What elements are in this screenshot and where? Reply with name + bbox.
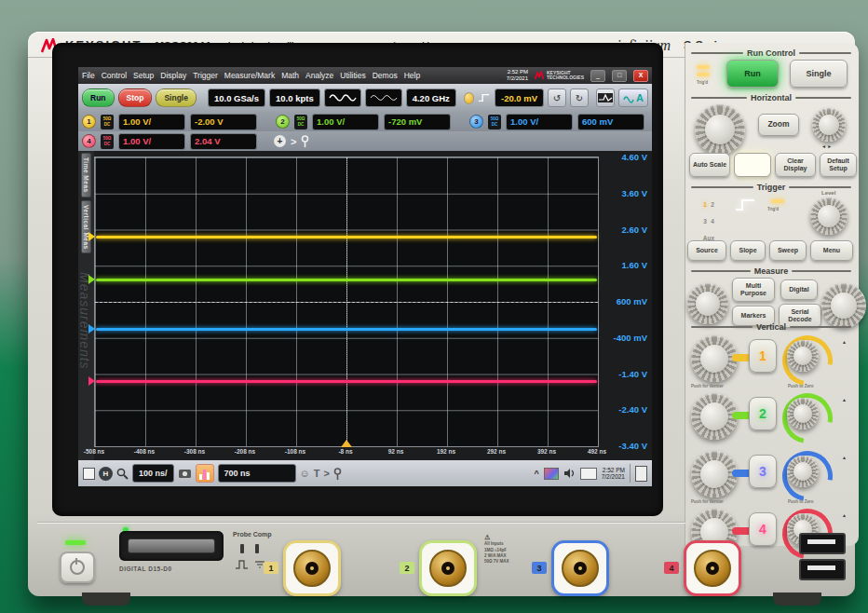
ch4-button[interactable]: 4 (749, 512, 777, 546)
analyze-a-button[interactable]: A (618, 89, 648, 107)
waveform-style-2-button[interactable] (365, 89, 402, 107)
menu-file[interactable]: File (82, 71, 95, 80)
run-stop-button[interactable]: Run (726, 60, 779, 88)
histogram-tool-icon[interactable] (196, 464, 214, 483)
sample-rate-field[interactable]: 10.0 GSa/s (208, 89, 265, 107)
emoticon-icon[interactable]: ☺ (300, 468, 310, 479)
ch1-button[interactable]: 1 (749, 339, 777, 373)
digital-button[interactable]: Digital (780, 279, 818, 300)
channel-1-coupling-badge[interactable]: 50ΩDC (101, 115, 114, 129)
multi-purpose-button[interactable]: Multi Purpose (732, 278, 775, 302)
bandwidth-field[interactable]: 4.20 GHz (406, 89, 456, 107)
delay-field[interactable]: 700 ns (218, 464, 296, 483)
channel-2-offset-field[interactable]: -720 mV (384, 114, 451, 130)
zoom-magnifier-icon[interactable] (116, 468, 129, 480)
pin-icon[interactable] (333, 468, 342, 480)
horizontal-button[interactable]: H (99, 467, 113, 481)
menu-demos[interactable]: Demos (373, 71, 398, 80)
channel-3-offset-field[interactable]: 600 mV (577, 114, 644, 130)
keysight-spark-icon (535, 71, 545, 80)
clear-display-button[interactable]: Clear Display (775, 153, 816, 177)
channel-2-scale-field[interactable]: 1.00 V/ (312, 114, 379, 130)
channel-1-offset-field[interactable]: -2.00 V (190, 114, 257, 130)
speaker-icon[interactable] (563, 468, 576, 479)
menu-display[interactable]: Display (160, 71, 186, 80)
touch-button[interactable] (734, 153, 771, 177)
expand-arrow-icon[interactable]: > (291, 136, 296, 147)
horizontal-scale-knob[interactable] (695, 104, 745, 155)
channel-1-scale-field[interactable]: 1.00 V/ (118, 114, 185, 130)
minimize-button[interactable]: _ (590, 70, 605, 82)
ch1-offset-knob[interactable] (787, 340, 819, 372)
trigger-time-marker[interactable] (341, 440, 352, 447)
timebase-scale-field[interactable]: 100 ns/ (132, 464, 174, 483)
zoom-button[interactable]: Zoom (758, 114, 799, 136)
expand-arrow-icon[interactable]: > (324, 468, 330, 479)
marker-t-icon[interactable]: T (314, 468, 320, 479)
undo-button[interactable]: ↺ (548, 89, 566, 107)
horizontal-position-knob[interactable] (812, 108, 846, 142)
channel-3-scale-field[interactable]: 1.00 V/ (506, 114, 573, 130)
ch3-offset-knob[interactable] (787, 456, 819, 487)
ch2-offset-knob[interactable] (787, 398, 819, 429)
redo-button[interactable]: ↻ (570, 89, 589, 107)
single-button[interactable]: Single (156, 89, 197, 107)
close-button[interactable]: X (633, 70, 648, 82)
channel-3-indicator[interactable]: 3 (469, 115, 483, 129)
run-button[interactable]: Run (82, 89, 115, 107)
x-label: 292 ns (487, 448, 506, 455)
power-button[interactable] (60, 552, 95, 583)
auto-scale-button[interactable]: Auto Scale (689, 153, 730, 177)
add-waveform-button[interactable]: + (274, 135, 286, 147)
notification-icon[interactable] (635, 466, 647, 482)
measure-pan-knob[interactable] (821, 283, 866, 328)
graticule[interactable] (94, 157, 599, 447)
menu-math[interactable]: Math (281, 71, 299, 80)
menu-utilities[interactable]: Utilities (340, 71, 365, 80)
channel-3-coupling-badge[interactable]: 50ΩDC (488, 115, 501, 129)
cursors-knob[interactable] (687, 283, 728, 324)
ch2-button[interactable]: 2 (749, 397, 777, 430)
menu-trigger[interactable]: Trigger (193, 71, 218, 80)
channel-4-scale-field[interactable]: 1.00 V/ (118, 133, 185, 150)
pin-icon[interactable] (301, 135, 309, 147)
trigger-sweep-button[interactable]: Sweep (769, 240, 807, 261)
default-setup-button[interactable]: Default Setup (820, 153, 857, 177)
ch1-scale-knob[interactable] (691, 335, 738, 382)
channel-4-coupling-badge[interactable]: 50ΩDC (101, 134, 114, 149)
ch2-scale-knob[interactable] (691, 393, 738, 440)
tab-vertical-meas[interactable]: Vertical Meas (81, 200, 91, 254)
camera-icon[interactable] (178, 468, 192, 479)
trigger-level-knob[interactable] (810, 198, 848, 235)
vertical-axis-labels: 4.60 V 3.60 V 2.60 V 1.60 V 600 mV -400 … (599, 157, 649, 445)
channel-2-coupling-badge[interactable]: 50ΩDC (294, 115, 307, 129)
keyboard-icon[interactable] (580, 468, 597, 480)
tray-chevron-icon[interactable]: ^ (534, 469, 538, 478)
channel-4-offset-field[interactable]: 2.04 V (190, 133, 257, 150)
stop-button[interactable]: Stop (118, 89, 153, 107)
single-button-panel[interactable]: Single (790, 60, 848, 88)
show-desktop-icon[interactable] (83, 468, 95, 480)
menu-analyze[interactable]: Analyze (305, 71, 333, 80)
menubar-datetime: 2:52 PM7/2/2021 (507, 69, 528, 81)
input-2-tag: 2 (400, 562, 414, 574)
menu-help[interactable]: Help (404, 71, 420, 80)
ch3-scale-knob[interactable] (691, 451, 738, 497)
trigger-slope-button[interactable]: Slope (730, 240, 766, 261)
menu-measure-mark[interactable]: Measure/Mark (224, 71, 275, 80)
ch3-button[interactable]: 3 (749, 455, 777, 488)
menu-setup[interactable]: Setup (133, 71, 154, 80)
trigger-source-button[interactable]: Source (687, 240, 726, 261)
maximize-button[interactable]: □ (612, 70, 627, 82)
trigger-level-field[interactable]: -20.0 mV (495, 89, 544, 107)
channel-4-indicator[interactable]: 4 (82, 134, 96, 148)
trigger-menu-button[interactable]: Menu (810, 240, 853, 261)
tab-time-meas[interactable]: Time Meas (81, 153, 91, 198)
waveform-style-button[interactable] (324, 89, 361, 107)
channel-2-indicator[interactable]: 2 (276, 115, 290, 129)
channel-1-indicator[interactable]: 1 (82, 115, 96, 129)
display-waveform-button[interactable] (596, 89, 615, 107)
tray-display-icon[interactable] (544, 468, 559, 480)
memory-depth-field[interactable]: 10.0 kpts (269, 89, 320, 107)
menu-control[interactable]: Control (102, 71, 127, 80)
